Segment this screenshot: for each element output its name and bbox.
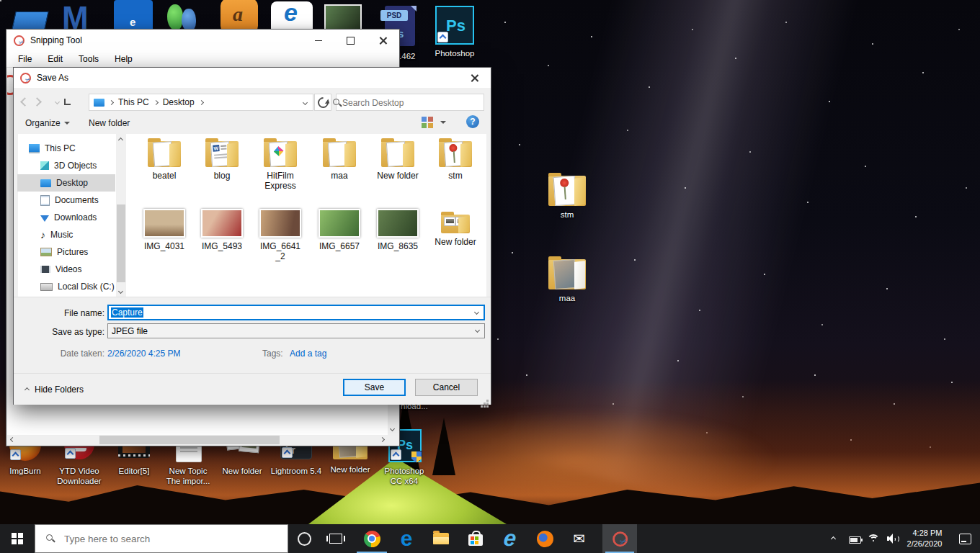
- nav-local-disk[interactable]: Local Disk (C:): [17, 278, 115, 295]
- nav-documents[interactable]: Documents: [17, 192, 115, 209]
- nav-label: Local Disk (C:): [58, 282, 115, 292]
- tree-silhouette: [432, 418, 455, 475]
- breadcrumb-this-pc[interactable]: This PC: [118, 97, 149, 107]
- file-label: IMG_6657: [311, 241, 368, 251]
- taskbar-file-explorer[interactable]: [424, 524, 458, 553]
- cortana-button[interactable]: [288, 524, 320, 553]
- view-mode-button[interactable]: [422, 117, 435, 128]
- shortcut-arrow-badge: [65, 448, 76, 459]
- address-bar[interactable]: This PC Desktop: [89, 94, 313, 111]
- file-tile-beatel[interactable]: beatel: [136, 141, 192, 181]
- file-tile-new-folder-2[interactable]: New folder: [427, 209, 484, 247]
- taskbar-snipping-tool[interactable]: ✂: [602, 524, 637, 553]
- scroll-down-icon[interactable]: [118, 289, 123, 294]
- scroll-left-icon[interactable]: [10, 437, 15, 442]
- nav-videos[interactable]: Videos: [17, 261, 115, 278]
- breadcrumb-desktop[interactable]: Desktop: [163, 97, 195, 107]
- chrome-icon: [364, 531, 380, 547]
- task-view-button[interactable]: [320, 524, 352, 553]
- nav-downloads[interactable]: Downloads: [17, 209, 115, 226]
- scrollbar-thumb[interactable]: [117, 204, 125, 282]
- scroll-up-icon[interactable]: [118, 138, 123, 143]
- taskbar-internet-explorer[interactable]: e: [493, 524, 527, 553]
- file-tile-blog[interactable]: W blog: [194, 141, 250, 181]
- horizontal-scrollbar[interactable]: [7, 435, 388, 445]
- clock-time: 4:28 PM: [907, 528, 943, 539]
- nav-pictures[interactable]: Pictures: [17, 243, 115, 261]
- menu-tools[interactable]: Tools: [79, 54, 99, 64]
- start-button[interactable]: [0, 524, 35, 553]
- desktop-icon-stm[interactable]: stm: [542, 176, 592, 220]
- desktop-screen: M e a e PSD Ps G_1462 Ps Photoshop: [0, 0, 980, 553]
- file-tile-new-folder[interactable]: New folder: [370, 141, 426, 181]
- menu-help[interactable]: Help: [115, 54, 133, 64]
- snipping-tool-titlebar[interactable]: ✂ Snipping Tool: [6, 30, 399, 51]
- menu-file[interactable]: File: [18, 54, 32, 64]
- nav-scrollbar[interactable]: [116, 134, 126, 297]
- action-center-button[interactable]: [950, 524, 980, 553]
- save-button[interactable]: Save: [343, 379, 406, 396]
- search-input[interactable]: [341, 96, 459, 110]
- scrollbar-thumb[interactable]: [99, 436, 280, 444]
- address-dropdown-icon[interactable]: [303, 99, 308, 104]
- nav-label: Desktop: [56, 178, 88, 188]
- nav-this-pc[interactable]: This PC: [17, 140, 115, 157]
- nav-desktop[interactable]: Desktop: [17, 174, 115, 192]
- maximize-button[interactable]: [334, 30, 367, 51]
- save-as-dialog: ✂ Save As This PC Desktop: [13, 67, 491, 405]
- scroll-down-icon[interactable]: [390, 426, 395, 431]
- taskbar-chrome[interactable]: [355, 524, 389, 553]
- file-tile-img6641[interactable]: IMG_6641_2: [252, 209, 308, 262]
- filename-dropdown-icon[interactable]: [474, 310, 479, 315]
- help-button[interactable]: ?: [466, 115, 479, 128]
- cancel-button[interactable]: Cancel: [415, 379, 478, 396]
- date-taken-label: Date taken:: [43, 349, 104, 359]
- menu-edit[interactable]: Edit: [48, 54, 63, 64]
- taskbar-mail[interactable]: ✉: [562, 524, 597, 553]
- taskbar-search-input[interactable]: [63, 533, 267, 545]
- search-box[interactable]: [336, 94, 484, 111]
- file-tile-img6657[interactable]: IMG_6657: [311, 209, 368, 251]
- file-tile-hitfilm[interactable]: HitFilm Express: [252, 141, 308, 192]
- refresh-button[interactable]: [314, 94, 331, 111]
- nav-3d-objects[interactable]: 3D Objects: [17, 157, 115, 174]
- volume-indicator[interactable]: [882, 524, 904, 553]
- taskbar-firefox[interactable]: [527, 524, 562, 553]
- add-tag-link[interactable]: Add a tag: [290, 349, 326, 359]
- file-name-input[interactable]: Capture: [107, 305, 485, 320]
- close-button[interactable]: [367, 30, 399, 51]
- file-tile-img8635[interactable]: IMG_8635: [370, 209, 426, 251]
- taskbar-clock[interactable]: 4:28 PM 2/26/2020: [902, 524, 947, 553]
- taskbar-edge[interactable]: e: [389, 524, 424, 553]
- dialog-close-button[interactable]: [458, 68, 491, 88]
- wifi-indicator[interactable]: [863, 524, 883, 553]
- file-tile-maa[interactable]: maa: [311, 141, 368, 181]
- crumb-separator-icon: [199, 99, 204, 104]
- save-as-titlebar[interactable]: ✂ Save As: [14, 68, 491, 88]
- organize-button[interactable]: Organize: [25, 118, 70, 128]
- hide-folders-button[interactable]: Hide Folders: [25, 385, 84, 395]
- history-dropdown-icon[interactable]: [55, 99, 60, 104]
- file-tile-stm[interactable]: stm: [427, 141, 484, 181]
- file-label: beatel: [136, 171, 192, 181]
- action-center-icon: [959, 534, 971, 544]
- new-folder-button[interactable]: New folder: [89, 118, 130, 128]
- tray-expand-button[interactable]: [823, 524, 843, 553]
- crumb-separator-icon: [153, 99, 159, 104]
- file-tile-img4031[interactable]: IMG_4031: [136, 209, 192, 251]
- nav-music[interactable]: ♪ Music: [17, 226, 115, 243]
- desktop-icon-maa[interactable]: maa: [542, 259, 592, 304]
- date-taken-value[interactable]: 2/26/2020 4:25 PM: [107, 349, 180, 359]
- desktop-icon-photoshop[interactable]: Ps Photoshop: [435, 6, 476, 71]
- view-dropdown-icon[interactable]: [440, 121, 446, 124]
- scroll-right-icon[interactable]: [380, 437, 385, 442]
- taskbar-search-box[interactable]: [35, 524, 288, 553]
- minimize-button[interactable]: [302, 30, 334, 51]
- file-tile-img5493[interactable]: IMG_5493: [194, 209, 250, 251]
- save-type-select[interactable]: JPEG file: [107, 323, 485, 338]
- taskbar-store[interactable]: [458, 524, 493, 553]
- battery-indicator[interactable]: [845, 524, 865, 553]
- resize-grip[interactable]: [486, 400, 489, 402]
- file-label: HitFilm Express: [252, 171, 308, 192]
- dropdown-icon: [64, 122, 70, 125]
